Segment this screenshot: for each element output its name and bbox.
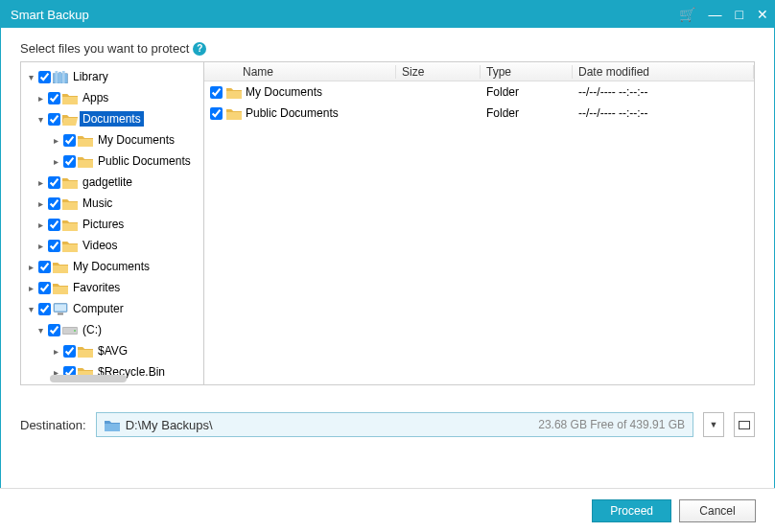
col-header-type[interactable]: Type <box>481 65 573 79</box>
tree-item[interactable]: ▾Library <box>21 66 203 87</box>
tree-checkbox[interactable] <box>38 261 51 273</box>
cancel-button[interactable]: Cancel <box>679 499 756 522</box>
titlebar: Smart Backup 🛒 — □ ✕ <box>1 1 774 28</box>
list-item-type: Folder <box>486 85 578 99</box>
tree-checkbox[interactable] <box>48 176 60 189</box>
expand-arrow-icon[interactable]: ▸ <box>50 135 61 146</box>
content-area: Select files you want to protect ? ▾Libr… <box>1 28 774 447</box>
tree-checkbox[interactable] <box>48 219 60 231</box>
expand-arrow-icon[interactable]: ▸ <box>25 262 36 272</box>
tree-item[interactable]: ▸My Documents <box>21 129 203 150</box>
tree-item[interactable]: ▸gadgetlite <box>21 172 203 193</box>
expand-arrow-icon[interactable]: ▸ <box>35 220 46 230</box>
tree-checkbox[interactable] <box>48 197 60 210</box>
prompt-text: Select files you want to protect <box>20 41 189 56</box>
window-title: Smart Backup <box>11 8 679 22</box>
col-header-size[interactable]: Size <box>396 65 481 79</box>
list-body: My DocumentsFolder--/--/---- --:--:--Pub… <box>204 81 754 384</box>
list-checkbox[interactable] <box>210 86 223 99</box>
svg-rect-2 <box>59 71 61 82</box>
expand-arrow-icon[interactable]: ▸ <box>35 241 46 251</box>
folder-icon <box>62 197 78 210</box>
destination-path: D:\My Backups\ <box>126 418 533 432</box>
browse-icon <box>739 421 750 429</box>
tree-checkbox[interactable] <box>48 324 60 336</box>
proceed-button[interactable]: Proceed <box>592 499 671 522</box>
expand-arrow-icon[interactable]: ▸ <box>25 283 36 293</box>
expand-arrow-icon[interactable]: ▸ <box>35 177 46 188</box>
folder-open-icon <box>62 113 78 126</box>
help-icon[interactable]: ? <box>193 42 206 56</box>
panels: ▾Library▸Apps▾Documents▸My Documents▸Pub… <box>20 61 755 385</box>
destination-input[interactable]: D:\My Backups\ 23.68 GB Free of 439.91 G… <box>96 412 693 437</box>
tree-item-label: Favorites <box>70 280 123 295</box>
maximize-icon[interactable]: □ <box>736 8 743 21</box>
list-header: Name Size Type Date modified <box>204 62 754 81</box>
header-row: Select files you want to protect ? <box>20 41 755 56</box>
list-checkbox[interactable] <box>210 107 223 120</box>
col-header-date[interactable]: Date modified <box>573 65 754 79</box>
folder-icon <box>78 134 93 147</box>
tree-checkbox[interactable] <box>48 240 60 252</box>
tree-item[interactable]: ▸Public Documents <box>21 150 203 172</box>
tree-item[interactable]: ▸Music <box>21 193 203 214</box>
tree-item-label: My Documents <box>95 132 177 148</box>
expand-arrow-icon[interactable]: ▸ <box>35 198 46 209</box>
tree-item-label: Pictures <box>80 217 127 232</box>
list-item-type: Folder <box>486 106 578 120</box>
tree-item[interactable]: ▸My Documents <box>21 256 203 277</box>
tree-item[interactable]: ▸Pictures <box>21 214 203 235</box>
minimize-icon[interactable]: — <box>709 8 722 21</box>
expand-arrow-icon[interactable]: ▾ <box>25 304 36 314</box>
tree-checkbox[interactable] <box>38 303 51 315</box>
destination-browse-button[interactable] <box>734 412 755 437</box>
svg-point-8 <box>74 330 76 332</box>
tree-item-label: Apps <box>80 90 111 105</box>
tree-item[interactable]: ▸Apps <box>21 87 203 108</box>
destination-row: Destination: D:\My Backups\ 23.68 GB Fre… <box>20 412 755 437</box>
list-row[interactable]: Public DocumentsFolder--/--/---- --:--:-… <box>204 103 754 124</box>
tree-checkbox[interactable] <box>38 71 51 83</box>
list-row[interactable]: My DocumentsFolder--/--/---- --:--:-- <box>204 81 754 103</box>
folder-icon <box>62 240 78 252</box>
folder-icon <box>105 419 120 431</box>
col-header-name[interactable]: Name <box>204 65 396 79</box>
tree-item[interactable]: ▾Documents <box>21 108 203 129</box>
folder-icon <box>226 86 242 99</box>
horizontal-scrollbar[interactable] <box>50 375 127 382</box>
tree-checkbox[interactable] <box>38 282 51 294</box>
tree-item[interactable]: ▸$AVG <box>21 340 203 361</box>
tree-item[interactable]: ▸Videos <box>21 235 203 256</box>
tree-item-label: $AVG <box>95 343 130 359</box>
tree-item[interactable]: ▸Favorites <box>21 277 203 298</box>
tree-item-label: Public Documents <box>95 153 194 169</box>
expand-arrow-icon[interactable]: ▾ <box>35 325 46 335</box>
expand-arrow-icon[interactable]: ▾ <box>35 114 46 125</box>
tree-item[interactable]: ▾Computer <box>21 298 203 319</box>
cart-icon[interactable]: 🛒 <box>679 8 695 21</box>
tree-checkbox[interactable] <box>63 345 76 358</box>
folder-icon <box>78 155 93 168</box>
svg-rect-6 <box>58 312 63 314</box>
tree-checkbox[interactable] <box>48 92 60 104</box>
folder-icon <box>226 107 242 120</box>
expand-arrow-icon[interactable]: ▸ <box>35 93 46 104</box>
svg-rect-1 <box>55 71 58 83</box>
tree-checkbox[interactable] <box>48 113 60 126</box>
tree-item[interactable]: ▾(C:) <box>21 319 203 340</box>
tree-panel[interactable]: ▾Library▸Apps▾Documents▸My Documents▸Pub… <box>21 62 204 384</box>
tree-checkbox[interactable] <box>63 134 76 147</box>
close-icon[interactable]: ✕ <box>757 8 768 21</box>
destination-dropdown-button[interactable]: ▼ <box>703 412 724 437</box>
expand-arrow-icon[interactable]: ▸ <box>50 346 61 357</box>
window-controls: 🛒 — □ ✕ <box>679 8 768 21</box>
tree-item-label: Documents <box>80 111 144 127</box>
folder-icon <box>62 219 78 231</box>
tree-item-label: (C:) <box>80 322 105 337</box>
tree-item-label: Videos <box>80 238 120 253</box>
expand-arrow-icon[interactable]: ▸ <box>50 156 61 167</box>
list-item-date: --/--/---- --:--:-- <box>578 85 748 99</box>
expand-arrow-icon[interactable]: ▾ <box>25 72 36 82</box>
tree-item-label: gadgetlite <box>80 174 135 190</box>
tree-checkbox[interactable] <box>63 155 76 168</box>
